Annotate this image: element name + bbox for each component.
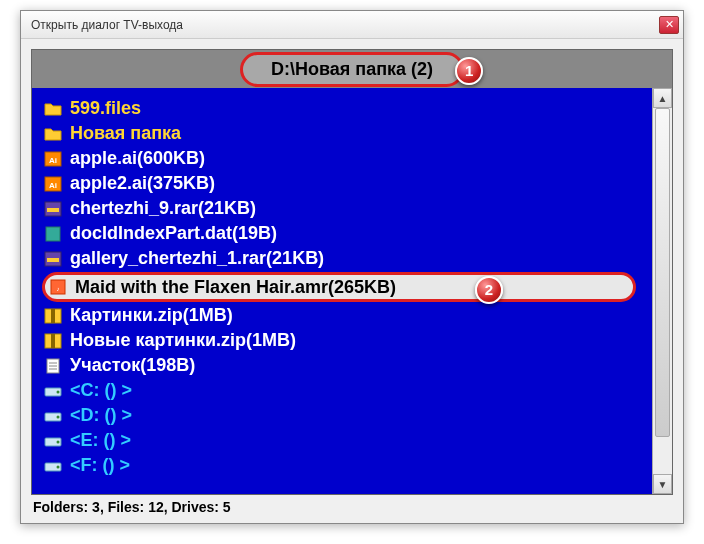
titlebar[interactable]: Открыть диалог TV-выхода ✕: [21, 11, 683, 39]
svg-point-20: [57, 390, 60, 393]
list-item[interactable]: docIdIndexPart.dat(19B): [40, 221, 652, 246]
list-item[interactable]: Новая папка: [40, 121, 652, 146]
list-item[interactable]: Участок(198B): [40, 353, 652, 378]
item-label: Maid with the Flaxen Hair.amr(265KB): [75, 275, 396, 299]
list-item[interactable]: <E: () >: [40, 428, 652, 453]
svg-rect-5: [47, 208, 59, 212]
folder-icon: [44, 126, 62, 142]
item-label: Картинки.zip(1MB): [70, 303, 233, 327]
txt-icon: [44, 358, 62, 374]
path-text: D:\Новая папка (2): [271, 59, 433, 79]
scroll-down-button[interactable]: ▼: [653, 474, 672, 494]
annotation-badge-1: 1: [455, 57, 483, 85]
list-item[interactable]: <F: () >: [40, 453, 652, 478]
svg-point-26: [57, 465, 60, 468]
rar-icon: [44, 201, 62, 217]
item-label: Участок(198B): [70, 353, 195, 377]
item-label: <E: () >: [70, 428, 131, 452]
drive-icon: [44, 433, 62, 449]
item-label: 599.files: [70, 96, 141, 120]
list-item[interactable]: Новые картинки.zip(1MB): [40, 328, 652, 353]
current-path[interactable]: D:\Новая папка (2) 1: [240, 52, 464, 87]
item-label: gallery_chertezhi_1.rar(21KB): [70, 246, 324, 270]
svg-point-24: [57, 440, 60, 443]
item-label: <D: () >: [70, 403, 132, 427]
list-item[interactable]: Aiapple.ai(600KB): [40, 146, 652, 171]
svg-point-22: [57, 415, 60, 418]
content-area: D:\Новая папка (2) 1 599.filesНовая папк…: [31, 49, 673, 495]
close-icon: ✕: [665, 18, 674, 31]
list-item[interactable]: Aiapple2.ai(375KB): [40, 171, 652, 196]
drive-icon: [44, 408, 62, 424]
dat-icon: [44, 226, 62, 242]
item-label: docIdIndexPart.dat(19B): [70, 221, 277, 245]
svg-rect-6: [46, 227, 60, 241]
list-item[interactable]: ♪Maid with the Flaxen Hair.amr(265KB)2: [42, 272, 636, 302]
svg-rect-12: [51, 309, 55, 323]
drive-icon: [44, 383, 62, 399]
ai-icon: Ai: [44, 151, 62, 167]
svg-text:Ai: Ai: [49, 156, 57, 165]
amr-icon: ♪: [49, 279, 67, 295]
file-area: 599.filesНовая папкаAiapple.ai(600KB)Aia…: [32, 88, 672, 494]
annotation-badge-2: 2: [475, 276, 503, 304]
dialog-window: Открыть диалог TV-выхода ✕ D:\Новая папк…: [20, 10, 684, 524]
svg-rect-8: [47, 258, 59, 262]
status-bar: Folders: 3, Files: 12, Drives: 5: [31, 497, 673, 517]
svg-rect-14: [51, 334, 55, 348]
scrollbar[interactable]: ▲ ▼: [652, 88, 672, 494]
item-label: apple2.ai(375KB): [70, 171, 215, 195]
item-label: Новые картинки.zip(1MB): [70, 328, 296, 352]
list-item[interactable]: <C: () >: [40, 378, 652, 403]
path-bar: D:\Новая папка (2) 1: [32, 50, 672, 88]
folder-icon: [44, 101, 62, 117]
window-title: Открыть диалог TV-выхода: [31, 18, 659, 32]
svg-text:Ai: Ai: [49, 181, 57, 190]
item-label: Новая папка: [70, 121, 181, 145]
zip-icon: [44, 308, 62, 324]
status-text: Folders: 3, Files: 12, Drives: 5: [33, 499, 231, 515]
file-list[interactable]: 599.filesНовая папкаAiapple.ai(600KB)Aia…: [32, 88, 652, 494]
item-label: <C: () >: [70, 378, 132, 402]
list-item[interactable]: gallery_chertezhi_1.rar(21KB): [40, 246, 652, 271]
item-label: chertezhi_9.rar(21KB): [70, 196, 256, 220]
scroll-up-button[interactable]: ▲: [653, 88, 672, 108]
drive-icon: [44, 458, 62, 474]
item-label: <F: () >: [70, 453, 130, 477]
ai-icon: Ai: [44, 176, 62, 192]
item-label: apple.ai(600KB): [70, 146, 205, 170]
close-button[interactable]: ✕: [659, 16, 679, 34]
zip-icon: [44, 333, 62, 349]
list-item[interactable]: 599.files: [40, 96, 652, 121]
svg-text:♪: ♪: [57, 286, 60, 292]
list-item[interactable]: Картинки.zip(1MB): [40, 303, 652, 328]
scroll-thumb[interactable]: [655, 108, 670, 437]
rar-icon: [44, 251, 62, 267]
list-item[interactable]: chertezhi_9.rar(21KB): [40, 196, 652, 221]
list-item[interactable]: <D: () >: [40, 403, 652, 428]
scroll-track[interactable]: [653, 108, 672, 474]
